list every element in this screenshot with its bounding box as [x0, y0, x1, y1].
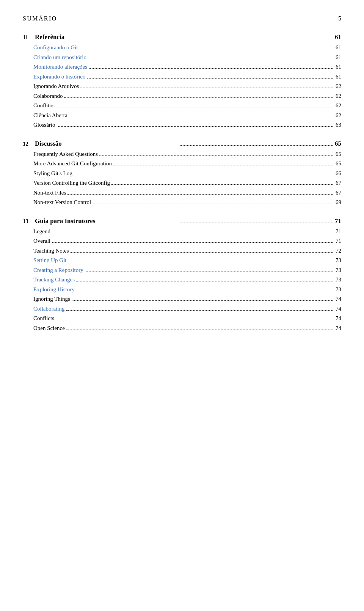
toc-dots: [80, 49, 334, 49]
toc-container: 11Referência61Configurando o Git61Criand…: [23, 33, 341, 332]
toc-entry: Ignorando Arquivos62: [23, 82, 341, 91]
toc-dots: [99, 155, 334, 156]
toc-page: 73: [336, 275, 341, 284]
toc-label: Teaching Notes: [33, 247, 69, 255]
toc-label: Ignoring Things: [33, 295, 70, 303]
section-number-sec11: 11: [23, 34, 33, 41]
toc-page: 62: [336, 111, 341, 120]
section-title-sec12: Discussão: [35, 140, 62, 148]
page-title: SUMÁRIO: [23, 15, 57, 22]
section-page-sec13: 71: [335, 217, 341, 225]
toc-page: 62: [336, 101, 341, 110]
toc-entry: Conflicts74: [23, 314, 341, 323]
toc-label[interactable]: Explorando o histórico: [33, 72, 85, 81]
toc-label: Styling Git's Log: [33, 169, 72, 178]
toc-label[interactable]: Monitorando alterações: [33, 63, 87, 71]
toc-page: 61: [336, 72, 341, 81]
toc-dots: [57, 126, 334, 127]
toc-label: Conflicts: [33, 314, 54, 323]
toc-dots: [72, 300, 334, 301]
section-heading-sec12: 12Discussão65: [23, 140, 341, 148]
toc-page: 62: [336, 92, 341, 101]
toc-page: 74: [336, 305, 341, 313]
toc-label[interactable]: Configurando o Git: [33, 43, 78, 52]
toc-page: 66: [336, 169, 341, 178]
toc-label[interactable]: Exploring History: [33, 285, 75, 294]
toc-page: 72: [336, 247, 341, 255]
toc-label: Glossário: [33, 121, 55, 129]
toc-page: 61: [336, 53, 341, 62]
toc-page: 69: [336, 198, 341, 207]
toc-dots: [66, 330, 334, 330]
section-heading-sec13: 13Guia para Instrutores71: [23, 217, 341, 225]
toc-entry: Collaborating74: [23, 305, 341, 313]
toc-entry: Exploring History73: [23, 285, 341, 294]
toc-page: 74: [336, 324, 341, 333]
section-page-sec12: 65: [335, 140, 341, 148]
toc-entry: Teaching Notes72: [23, 247, 341, 255]
toc-dots: [69, 117, 334, 117]
toc-page: 73: [336, 266, 341, 275]
toc-label[interactable]: Collaborating: [33, 305, 65, 313]
toc-dots: [88, 59, 334, 59]
toc-page: 61: [336, 43, 341, 52]
heading-dots-sec11: [179, 39, 334, 39]
toc-page: 62: [336, 82, 341, 91]
toc-entry: Open Science74: [23, 324, 341, 333]
toc-label: Colaborando: [33, 92, 63, 101]
toc-page: 61: [336, 63, 341, 71]
toc-label[interactable]: Setting Up Git: [33, 256, 67, 265]
toc-dots: [113, 165, 334, 165]
toc-label: Open Science: [33, 324, 65, 333]
toc-page: 65: [336, 159, 341, 168]
toc-dots: [89, 68, 334, 69]
toc-dots: [52, 242, 334, 243]
toc-page: 65: [336, 150, 341, 159]
toc-page: 74: [336, 295, 341, 303]
heading-dots-sec13: [179, 223, 334, 223]
toc-dots: [71, 252, 334, 253]
toc-entry: Colaborando62: [23, 92, 341, 101]
toc-entry: Ignoring Things74: [23, 295, 341, 303]
toc-page: 73: [336, 256, 341, 265]
toc-label: Non-text Version Control: [33, 198, 91, 207]
toc-dots: [56, 107, 334, 107]
toc-label[interactable]: Creating a Repository: [33, 266, 83, 275]
toc-entry: Criando um repositório61: [23, 53, 341, 62]
toc-page: 74: [336, 314, 341, 323]
toc-label[interactable]: Criando um repositório: [33, 53, 86, 62]
toc-dots: [74, 175, 334, 175]
toc-dots: [93, 204, 334, 204]
toc-entry: Overall71: [23, 237, 341, 245]
toc-page: 67: [336, 179, 341, 187]
section-sec11: 11Referência61Configurando o Git61Criand…: [23, 33, 341, 129]
toc-label: Overall: [33, 237, 50, 245]
toc-entry: Non-text Version Control69: [23, 198, 341, 207]
toc-dots: [66, 310, 334, 311]
toc-entry: Setting Up Git73: [23, 256, 341, 265]
toc-page: 67: [336, 188, 341, 197]
toc-entry: Tracking Changes73: [23, 275, 341, 284]
toc-entry: Legend71: [23, 227, 341, 236]
toc-page: 73: [336, 285, 341, 294]
toc-dots: [52, 233, 334, 233]
toc-entry: Configurando o Git61: [23, 43, 341, 52]
toc-entry: Creating a Repository73: [23, 266, 341, 275]
toc-dots: [67, 194, 334, 195]
toc-entry: Ciência Aberta62: [23, 111, 341, 120]
toc-entry: Version Controlling the Gitconfig67: [23, 179, 341, 187]
toc-page: 71: [336, 237, 341, 245]
toc-dots: [76, 281, 334, 281]
page-header: SUMÁRIO 5: [23, 15, 341, 22]
toc-label: Non-text Files: [33, 188, 66, 197]
toc-entry: Styling Git's Log66: [23, 169, 341, 178]
section-number-sec12: 12: [23, 141, 33, 147]
toc-label[interactable]: Tracking Changes: [33, 275, 75, 284]
toc-entry: More Advanced Git Configuration65: [23, 159, 341, 168]
toc-label: Ignorando Arquivos: [33, 82, 79, 91]
toc-label: Legend: [33, 227, 50, 236]
heading-dots-sec12: [179, 145, 334, 146]
toc-label: Version Controlling the Gitconfig: [33, 179, 110, 187]
toc-dots: [111, 184, 334, 185]
section-title-sec11: Referência: [35, 33, 64, 41]
